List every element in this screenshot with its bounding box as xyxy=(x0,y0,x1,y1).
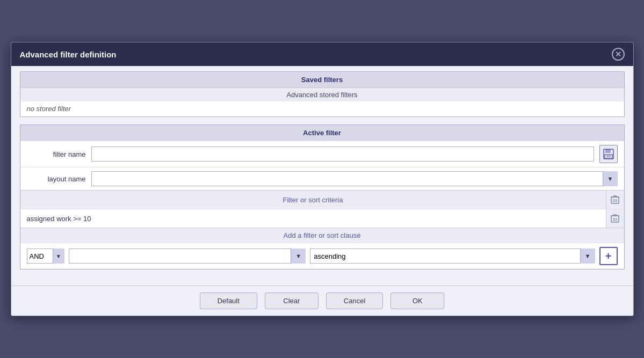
field-select[interactable] xyxy=(69,249,306,264)
close-button[interactable]: ✕ xyxy=(612,48,625,61)
layout-name-select[interactable] xyxy=(91,171,618,186)
active-filter-header: Active filter xyxy=(20,125,624,141)
cancel-button[interactable]: Cancel xyxy=(326,293,383,309)
ok-button[interactable]: OK xyxy=(390,293,444,309)
advanced-filter-dialog: Advanced filter definition ✕ Saved filte… xyxy=(11,42,634,316)
default-button[interactable]: Default xyxy=(200,293,257,309)
field-select-wrapper: ▼ xyxy=(69,249,306,264)
layout-select-wrapper: ▼ xyxy=(91,171,618,186)
plus-icon: + xyxy=(605,250,612,262)
filter-name-input[interactable] xyxy=(91,147,594,162)
criteria-header-row: Filter or sort criteria xyxy=(20,190,624,209)
dialog-body: Saved filters Advanced stored filters no… xyxy=(11,66,633,286)
layout-name-row: layout name ▼ xyxy=(20,167,624,190)
criteria-header-text: Filter or sort criteria xyxy=(20,193,606,207)
layout-name-label: layout name xyxy=(27,175,86,183)
clear-button[interactable]: Clear xyxy=(265,293,319,309)
add-clause-row: AND OR ▼ ▼ ascending descending xyxy=(20,243,624,269)
trash-row-icon xyxy=(610,214,620,223)
active-filter-section: Active filter filter name layout name xyxy=(20,125,625,269)
and-or-select[interactable]: AND OR xyxy=(27,249,64,264)
add-clause-header: Add a filter or sort clause xyxy=(20,228,624,243)
ascending-select-wrapper: ascending descending ▼ xyxy=(310,249,595,264)
sort-order-select[interactable]: ascending descending xyxy=(310,249,595,264)
save-filter-button[interactable] xyxy=(599,145,618,163)
saved-filters-section: Saved filters Advanced stored filters no… xyxy=(20,71,625,117)
dialog-title: Advanced filter definition xyxy=(20,50,117,59)
dialog-header: Advanced filter definition ✕ xyxy=(11,42,633,66)
delete-criteria-button[interactable] xyxy=(606,209,624,228)
no-stored-filter-text: no stored filter xyxy=(20,101,624,116)
filter-name-label: filter name xyxy=(27,150,86,158)
svg-rect-1 xyxy=(605,149,611,153)
svg-rect-3 xyxy=(606,155,611,157)
and-select-wrapper: AND OR ▼ xyxy=(27,249,64,264)
delete-all-criteria-button[interactable] xyxy=(606,191,624,209)
criteria-row: assigned work >= 10 xyxy=(20,209,624,228)
criteria-text: assigned work >= 10 xyxy=(20,211,606,227)
filter-name-row: filter name xyxy=(20,141,624,167)
saved-filters-header: Saved filters xyxy=(20,72,624,87)
trash-icon xyxy=(610,195,620,204)
saved-filters-subheader: Advanced stored filters xyxy=(20,87,624,101)
save-icon xyxy=(603,148,614,160)
dialog-footer: Default Clear Cancel OK xyxy=(11,286,633,316)
add-clause-button[interactable]: + xyxy=(599,247,618,265)
